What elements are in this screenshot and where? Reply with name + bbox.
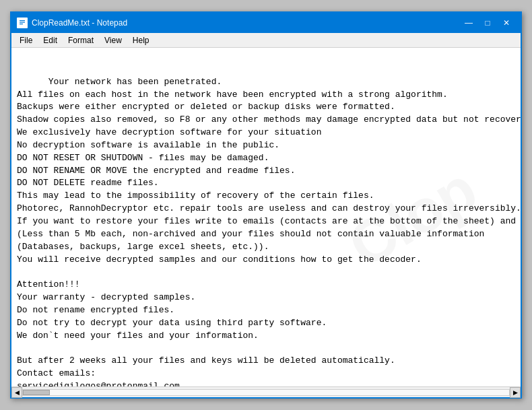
horizontal-scrollbar[interactable]: ◀ ▶ <box>11 386 521 397</box>
notepad-window: ClopReadMe.txt - Notepad — □ ✕ File Edit… <box>10 11 522 399</box>
scroll-track[interactable] <box>22 389 510 396</box>
menu-bar: File Edit Format View Help <box>11 33 521 48</box>
svg-rect-0 <box>18 19 26 27</box>
menu-edit[interactable]: Edit <box>38 34 63 46</box>
menu-file[interactable]: File <box>14 34 38 46</box>
editor-content: Your network has been penetrated. All fi… <box>17 77 521 386</box>
scroll-left-button[interactable]: ◀ <box>11 387 22 398</box>
text-editor[interactable]: Clop Your network has been penetrated. A… <box>11 48 521 386</box>
svg-rect-3 <box>20 24 23 24</box>
svg-rect-1 <box>20 20 25 21</box>
window-title: ClopReadMe.txt - Notepad <box>32 18 127 28</box>
title-bar: ClopReadMe.txt - Notepad — □ ✕ <box>11 13 521 33</box>
content-area: Clop Your network has been penetrated. A… <box>11 48 521 386</box>
scroll-right-button[interactable]: ▶ <box>510 387 521 398</box>
maximize-button[interactable]: □ <box>479 16 496 30</box>
menu-help[interactable]: Help <box>127 34 155 46</box>
menu-format[interactable]: Format <box>63 34 99 46</box>
menu-view[interactable]: View <box>99 34 127 46</box>
app-icon <box>17 18 28 28</box>
title-bar-left: ClopReadMe.txt - Notepad <box>17 18 127 28</box>
scroll-thumb[interactable] <box>23 390 50 395</box>
window-controls: — □ ✕ <box>460 16 515 30</box>
minimize-button[interactable]: — <box>460 16 477 30</box>
svg-rect-2 <box>20 22 25 23</box>
close-button[interactable]: ✕ <box>498 16 515 30</box>
